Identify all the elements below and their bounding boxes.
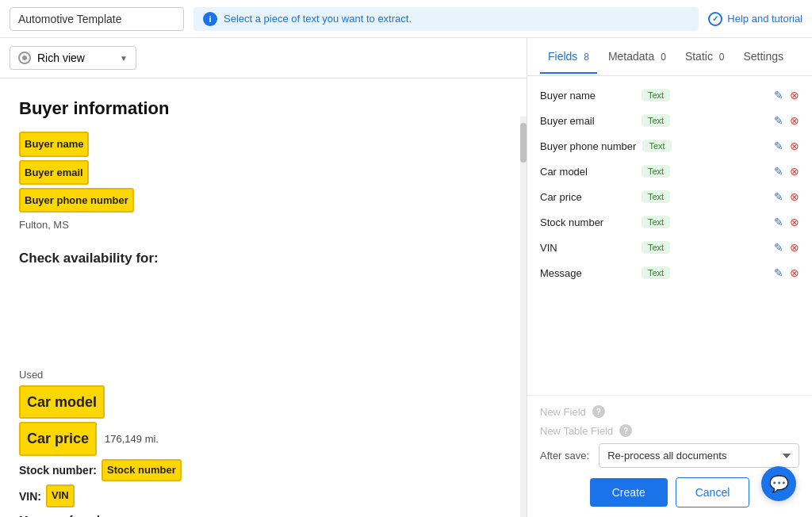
- tab-static[interactable]: Static 0: [677, 40, 733, 74]
- scroll-thumb[interactable]: [520, 123, 527, 163]
- edit-field-icon[interactable]: ✎: [774, 114, 783, 127]
- field-name: Buyer name: [540, 90, 635, 101]
- view-selector[interactable]: Rich view ▼: [10, 46, 136, 70]
- view-label: Rich view: [37, 52, 85, 64]
- after-save-row: After save: Re-process all documents: [540, 443, 799, 468]
- remove-field-icon[interactable]: ⊗: [790, 89, 799, 101]
- new-field-row: New Field ?: [540, 405, 799, 418]
- buyer-location: Fulton, MS: [19, 216, 508, 234]
- check-availability: Check availability for:: [19, 247, 508, 269]
- metadata-badge: 0: [661, 52, 666, 63]
- buyer-phone-line: Buyer phone number: [19, 188, 508, 213]
- field-name: Buyer email: [540, 115, 635, 127]
- tab-metadata[interactable]: Metadata 0: [600, 40, 674, 74]
- edit-field-icon[interactable]: ✎: [774, 216, 783, 228]
- field-actions: ✎ ⊗: [774, 140, 799, 152]
- field-type-badge: Text: [642, 165, 670, 178]
- field-row: Buyer email Text ✎ ⊗: [527, 108, 812, 133]
- remove-field-icon[interactable]: ⊗: [790, 190, 799, 203]
- fields-list: Buyer name Text ✎ ⊗ Buyer email Text ✎ ⊗…: [527, 76, 812, 395]
- edit-field-icon[interactable]: ✎: [774, 89, 783, 101]
- after-save-select[interactable]: Re-process all documents: [599, 443, 799, 468]
- field-actions: ✎ ⊗: [774, 216, 799, 228]
- left-panel: Rich view ▼ Buyer information Buyer name…: [0, 38, 527, 517]
- field-row: Car price Text ✎ ⊗: [527, 184, 812, 209]
- field-name: Message: [540, 267, 635, 279]
- vin-field[interactable]: VIN: [46, 484, 75, 507]
- field-type-badge: Text: [642, 266, 670, 279]
- remove-field-icon[interactable]: ⊗: [790, 241, 799, 254]
- field-actions: ✎ ⊗: [774, 190, 799, 203]
- remove-field-icon[interactable]: ⊗: [790, 216, 799, 228]
- car-model-line: Car model: [19, 385, 508, 419]
- new-field-label: New Field: [540, 406, 586, 418]
- used-label: Used: [19, 367, 508, 384]
- field-row: Car model Text ✎ ⊗: [527, 159, 812, 184]
- stock-field[interactable]: Stock number: [102, 459, 182, 482]
- info-message: Select a piece of text you want to extra…: [224, 13, 412, 25]
- new-table-field-help-icon[interactable]: ?: [619, 424, 632, 437]
- buyer-email-field[interactable]: Buyer email: [19, 160, 89, 185]
- chat-bubble[interactable]: 💬: [761, 466, 796, 501]
- buyer-email-line: Buyer email: [19, 160, 508, 185]
- field-name: Buyer phone number: [540, 140, 636, 152]
- remove-field-icon[interactable]: ⊗: [790, 140, 799, 152]
- field-actions: ✎ ⊗: [774, 241, 799, 254]
- field-name: Stock number: [540, 216, 635, 228]
- buyer-section-title: Buyer information: [19, 94, 508, 122]
- remove-field-icon[interactable]: ⊗: [790, 165, 799, 178]
- edit-field-icon[interactable]: ✎: [774, 241, 783, 254]
- template-title-input[interactable]: [10, 7, 184, 31]
- view-bar: Rich view ▼: [0, 38, 527, 79]
- create-button[interactable]: Create: [590, 478, 668, 507]
- tab-settings[interactable]: Settings: [735, 40, 791, 74]
- field-type-badge: Text: [642, 241, 670, 254]
- vin-label: VIN:: [19, 488, 41, 505]
- message-label-line: Message from buyer:: [19, 511, 508, 517]
- help-link[interactable]: ✓ Help and tutorial: [708, 12, 802, 26]
- cancel-button[interactable]: Cancel: [676, 477, 750, 507]
- field-type-badge: Text: [642, 89, 670, 101]
- vin-line: VIN: VIN: [19, 484, 508, 507]
- field-actions: ✎ ⊗: [774, 89, 799, 101]
- edit-field-icon[interactable]: ✎: [774, 266, 783, 279]
- edit-field-icon[interactable]: ✎: [774, 165, 783, 178]
- new-field-help-icon[interactable]: ?: [592, 405, 605, 418]
- chevron-down-icon: ▼: [120, 54, 128, 63]
- field-type-badge: Text: [642, 140, 671, 152]
- right-panel: Fields 8 Metadata 0 Static 0 Settings Bu…: [527, 38, 812, 517]
- info-bar: i Select a piece of text you want to ext…: [193, 7, 699, 31]
- message-label: Message from buyer:: [19, 514, 131, 517]
- car-model-field[interactable]: Car model: [19, 385, 105, 419]
- header: i Select a piece of text you want to ext…: [0, 0, 812, 38]
- field-name: Car price: [540, 191, 635, 203]
- fields-badge: 8: [584, 52, 589, 63]
- buyer-name-line: Buyer name: [19, 132, 508, 156]
- scroll-track[interactable]: [520, 117, 527, 517]
- car-price-field[interactable]: Car price: [19, 422, 97, 455]
- field-type-badge: Text: [642, 190, 670, 203]
- remove-field-icon[interactable]: ⊗: [790, 114, 799, 127]
- field-type-badge: Text: [642, 114, 670, 127]
- info-icon: i: [203, 12, 217, 26]
- buyer-name-field[interactable]: Buyer name: [19, 132, 89, 156]
- view-icon: [18, 52, 31, 64]
- field-row: Buyer name Text ✎ ⊗: [527, 82, 812, 108]
- buyer-phone-field[interactable]: Buyer phone number: [19, 188, 134, 213]
- after-save-label: After save:: [540, 450, 589, 461]
- new-table-field-row: New Table Field ?: [540, 424, 799, 437]
- edit-field-icon[interactable]: ✎: [774, 140, 783, 152]
- tabs-bar: Fields 8 Metadata 0 Static 0 Settings: [527, 38, 812, 76]
- edit-field-icon[interactable]: ✎: [774, 190, 783, 203]
- chat-icon: 💬: [769, 474, 789, 493]
- tab-fields[interactable]: Fields 8: [540, 40, 597, 74]
- field-actions: ✎ ⊗: [774, 165, 799, 178]
- remove-field-icon[interactable]: ⊗: [790, 266, 799, 279]
- field-type-badge: Text: [642, 216, 670, 228]
- field-row: Stock number Text ✎ ⊗: [527, 209, 812, 235]
- field-row: Message Text ✎ ⊗: [527, 260, 812, 285]
- doc-content: Buyer information Buyer name Buyer email…: [19, 94, 508, 517]
- field-name: Car model: [540, 166, 635, 178]
- stock-label: Stock number:: [19, 461, 97, 479]
- document-area: Buyer information Buyer name Buyer email…: [0, 79, 527, 517]
